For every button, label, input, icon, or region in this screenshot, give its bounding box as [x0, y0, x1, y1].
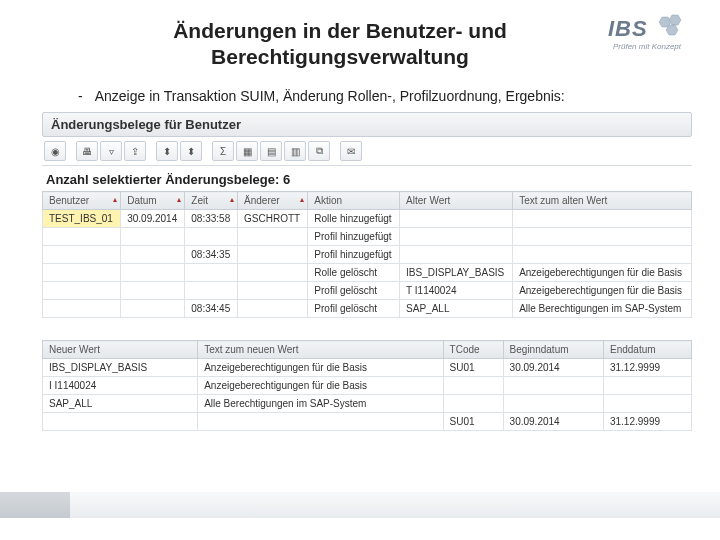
filter-icon[interactable]: ▿ — [100, 141, 122, 161]
grid-icon[interactable]: ▤ — [260, 141, 282, 161]
table-row: IBS_DISPLAY_BASISAnzeigeberechtigungen f… — [43, 359, 692, 377]
details-icon[interactable]: ◉ — [44, 141, 66, 161]
col-aenderer[interactable]: Änderer▴ — [238, 192, 308, 210]
svg-marker-1 — [669, 15, 681, 25]
col-beginn[interactable]: Beginndatum — [503, 341, 603, 359]
slide-title: Änderungen in der Benutzer- und Berechti… — [120, 18, 560, 71]
tree-icon[interactable]: ⧉ — [308, 141, 330, 161]
sort-asc-icon[interactable]: ⬍ — [156, 141, 178, 161]
layout-icon[interactable]: ▦ — [236, 141, 258, 161]
col-zeit[interactable]: Zeit▴ — [185, 192, 238, 210]
bullet-line: -Anzeige in Transaktion SUIM, Änderung R… — [78, 88, 565, 104]
col-alter-wert[interactable]: Alter Wert — [400, 192, 513, 210]
table-row: Rolle gelöschtIBS_DISPLAY_BASISAnzeigebe… — [43, 264, 692, 282]
table-row: Profil gelöschtT I1140024Anzeigeberechti… — [43, 282, 692, 300]
sap-window-title: Änderungsbelege für Benutzer — [42, 112, 692, 137]
sap-screenshot: Änderungsbelege für Benutzer ◉ 🖶 ▿ ⇪ ⬍ ⬍… — [42, 112, 692, 431]
logo-hex-icon — [656, 14, 686, 40]
bullet-text: Anzeige in Transaktion SUIM, Änderung Ro… — [95, 88, 565, 104]
col-neuer-wert[interactable]: Neuer Wert — [43, 341, 198, 359]
columns-icon[interactable]: ▥ — [284, 141, 306, 161]
logo-subtitle: Prüfen mit Konzept — [592, 42, 702, 51]
footer-bar — [0, 492, 720, 518]
table-row: 08:34:45Profil gelöschtSAP_ALLAlle Berec… — [43, 300, 692, 318]
col-benutzer[interactable]: Benutzer▴ — [43, 192, 121, 210]
sap-toolbar: ◉ 🖶 ▿ ⇪ ⬍ ⬍ Σ ▦ ▤ ▥ ⧉ ✉ — [42, 137, 692, 166]
col-aktion[interactable]: Aktion — [308, 192, 400, 210]
table-row: 08:34:35Profil hinzugefügt — [43, 246, 692, 264]
count-line: Anzahl selektierter Änderungsbelege: 6 — [42, 166, 692, 191]
col-tcode[interactable]: TCode — [443, 341, 503, 359]
sort-desc-icon[interactable]: ⬍ — [180, 141, 202, 161]
sum-icon[interactable]: Σ — [212, 141, 234, 161]
mail-icon[interactable]: ✉ — [340, 141, 362, 161]
col-text-neu[interactable]: Text zum neuen Wert — [198, 341, 443, 359]
company-logo: IBS Prüfen mit Konzept — [592, 14, 702, 51]
col-datum[interactable]: Datum▴ — [121, 192, 185, 210]
table-row: I I1140024Anzeigeberechtigungen für die … — [43, 377, 692, 395]
table-row: TEST_IBS_0130.09.201408:33:58GSCHROTTRol… — [43, 210, 692, 228]
new-values-table: Neuer Wert Text zum neuen Wert TCode Beg… — [42, 340, 692, 431]
table-row: Profil hinzugefügt — [43, 228, 692, 246]
table-row: SU0130.09.201431.12.9999 — [43, 413, 692, 431]
logo-text: IBS — [608, 16, 648, 41]
table-row: SAP_ALLAlle Berechtigungen im SAP-System — [43, 395, 692, 413]
export-icon[interactable]: ⇪ — [124, 141, 146, 161]
print-icon[interactable]: 🖶 — [76, 141, 98, 161]
col-ende[interactable]: Enddatum — [603, 341, 691, 359]
col-text-alt[interactable]: Text zum alten Wert — [513, 192, 692, 210]
change-docs-table: Benutzer▴ Datum▴ Zeit▴ Änderer▴ Aktion A… — [42, 191, 692, 318]
